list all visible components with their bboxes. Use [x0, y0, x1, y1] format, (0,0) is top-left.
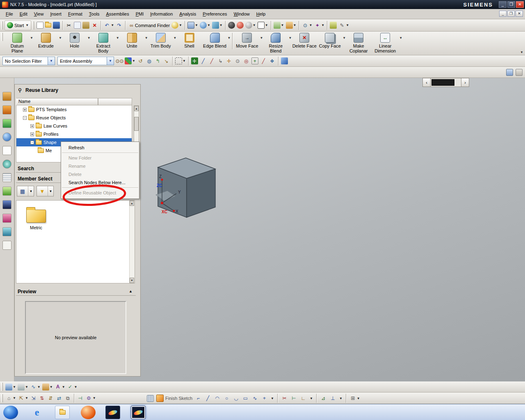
rectangle-select-button[interactable]: ▼ — [174, 56, 187, 66]
shaded-view-button[interactable]: ▼ — [199, 21, 211, 30]
sketch-grid-button[interactable] — [146, 393, 155, 403]
more-constraints-button[interactable]: ▼ — [338, 393, 343, 403]
toolbar-overflow-icon[interactable]: ▼ — [520, 50, 523, 54]
save-button[interactable] — [52, 21, 61, 30]
internet-explorer-icon[interactable]: e — [30, 406, 44, 419]
datum-plane-button[interactable]: Datum Plane — [5, 33, 30, 53]
tree-item-profiles[interactable]: + Profiles — [16, 130, 132, 138]
toolbar-grip[interactable] — [2, 394, 3, 402]
edit-section-button[interactable] — [329, 21, 338, 30]
deselect-button[interactable]: ↘ — [162, 56, 171, 66]
menu-pmi[interactable]: PMI — [132, 10, 147, 18]
resource-tab-icon[interactable] — [2, 200, 11, 209]
scroll-track[interactable] — [431, 78, 461, 87]
make-corner-button[interactable]: ∟ — [299, 393, 308, 403]
move-object-button[interactable]: ▼ — [285, 21, 297, 30]
snap-point-on-surface-button[interactable]: ╱ — [259, 56, 268, 66]
toolbar-grip[interactable] — [2, 21, 3, 30]
menu-tools[interactable]: Tools — [86, 10, 103, 18]
close-button[interactable]: ✕ — [516, 1, 524, 8]
chevron-down-icon[interactable]: ▼ — [48, 57, 55, 65]
background-button[interactable]: ▼ — [257, 21, 269, 30]
tree-item-law-curves[interactable]: + Law Curves — [16, 122, 132, 130]
tree-item-reuse-objects[interactable]: - Reuse Objects — [16, 114, 132, 122]
paste-button[interactable] — [82, 21, 90, 30]
scroll-up-icon[interactable]: ▲ — [130, 201, 134, 206]
filter-grid-button[interactable]: ▼ — [124, 56, 136, 66]
extrude-button[interactable]: Extrude — [34, 33, 58, 48]
scroll-right-button[interactable]: › — [461, 78, 469, 87]
expand-icon[interactable]: + — [23, 108, 27, 112]
nx-taskbar-icon-active[interactable] — [131, 406, 146, 419]
more-curves-button[interactable]: ▼ — [269, 393, 275, 403]
view-mode-button[interactable]: ▦ ▼ — [17, 186, 34, 196]
expand-icon[interactable]: + — [30, 132, 34, 136]
chevron-down-icon[interactable]: ▼ — [288, 36, 292, 40]
snap-endpoint-button[interactable]: ╱ — [199, 56, 208, 66]
chevron-down-icon[interactable]: ▼ — [116, 36, 119, 40]
menu-edit[interactable]: Edit — [16, 10, 31, 18]
resource-tab-icon[interactable] — [2, 227, 11, 236]
surface-tools-button[interactable]: ▼ — [41, 382, 54, 392]
open-file-button[interactable] — [44, 21, 52, 30]
tile-windows-icon[interactable] — [506, 69, 513, 76]
resource-tab-icon[interactable] — [2, 132, 11, 142]
resource-tab-icon[interactable] — [2, 146, 11, 155]
scroll-up-icon[interactable]: ▲ — [134, 106, 139, 111]
filter-button[interactable]: ▼ ▼ — [37, 186, 54, 196]
make-coplanar-button[interactable]: Make Coplanar — [346, 33, 371, 53]
delete-button[interactable]: ✕ — [90, 21, 99, 30]
orient-view-button[interactable] — [227, 21, 236, 30]
scroll-thumb[interactable] — [431, 79, 454, 86]
menu-insert[interactable]: Insert — [47, 10, 65, 18]
convert-button[interactable]: ⧉ — [64, 393, 72, 403]
empty-column-header[interactable] — [98, 98, 132, 105]
menu-window[interactable]: Window — [231, 10, 253, 18]
chevron-down-icon[interactable]: ▼ — [48, 186, 53, 196]
show-hide-button[interactable]: ⊙▼ — [301, 21, 313, 30]
chevron-down-icon[interactable]: ▼ — [399, 36, 402, 40]
quick-extend-button[interactable]: ⊢ — [290, 393, 298, 403]
menu-view[interactable]: View — [31, 10, 47, 18]
chevron-down-icon[interactable]: ▼ — [145, 36, 148, 40]
snap-point-button[interactable]: ✛ — [190, 56, 199, 66]
chevron-down-icon[interactable]: ▼ — [342, 36, 346, 40]
constraint-display-button[interactable]: ⊣ — [76, 393, 84, 403]
edge-blend-button[interactable]: Edge Blend — [203, 33, 227, 48]
delete-face-button[interactable]: ✕ Delete Face — [292, 33, 317, 48]
undo-button[interactable]: ↶▼ — [103, 21, 115, 30]
delay-evaluation-button[interactable]: ⇄ — [55, 393, 64, 403]
wcs-triad[interactable]: Z ZC Y X XC — [152, 172, 189, 217]
circle-button[interactable]: ○ — [222, 393, 231, 403]
toolbar-grip[interactable] — [2, 383, 3, 391]
scroll-left-button[interactable]: ‹ — [422, 78, 431, 87]
shaded-select-button[interactable]: ◍ — [145, 56, 153, 66]
member-list-scrollbar[interactable]: ▲ ▼ — [129, 201, 135, 283]
arc-button[interactable]: ◠ — [213, 393, 221, 403]
menu-file[interactable]: File — [2, 10, 16, 18]
gray-sphere-button[interactable]: ▼ — [244, 21, 257, 30]
orient-sketch-button[interactable]: ⌂▼ — [5, 393, 17, 403]
rectangle-button[interactable]: ▭ — [241, 393, 250, 403]
menu-preferences[interactable]: Preferences — [199, 10, 230, 18]
viewport-scrollbar[interactable]: ‹ › — [422, 78, 469, 87]
point-button[interactable]: + — [260, 393, 269, 403]
finish-sketch-button[interactable]: Finish Sketch — [155, 393, 193, 403]
render-style-button[interactable] — [236, 21, 244, 30]
graphics-window[interactable]: ‹ › Z ZC Y X XC — [0, 78, 525, 381]
chevron-down-icon[interactable]: ▼ — [28, 186, 34, 196]
resource-tab-icon[interactable] — [2, 92, 11, 101]
snap-quadrant-button[interactable]: ⊙ — [233, 56, 242, 66]
command-finder-button[interactable]: ∞ Command Finder — [127, 21, 171, 30]
unite-button[interactable]: Unite — [120, 33, 144, 48]
rapid-dimension-button[interactable]: ⊿ — [319, 393, 328, 403]
relations-button[interactable]: ⚙▼ — [84, 393, 97, 403]
mdi-close-button[interactable]: ✕ — [516, 11, 523, 17]
member-item-metric[interactable]: Metric — [22, 206, 50, 230]
trim-body-button[interactable]: Trim Body — [148, 33, 173, 48]
snap-point-on-curve-button[interactable]: + — [251, 56, 259, 66]
sketch-options-button[interactable]: ⊞▼ — [349, 393, 361, 403]
cut-button[interactable]: ✂ — [64, 21, 73, 30]
profile-button[interactable]: ⌐ — [194, 393, 203, 403]
cascade-windows-icon[interactable] — [516, 69, 523, 76]
